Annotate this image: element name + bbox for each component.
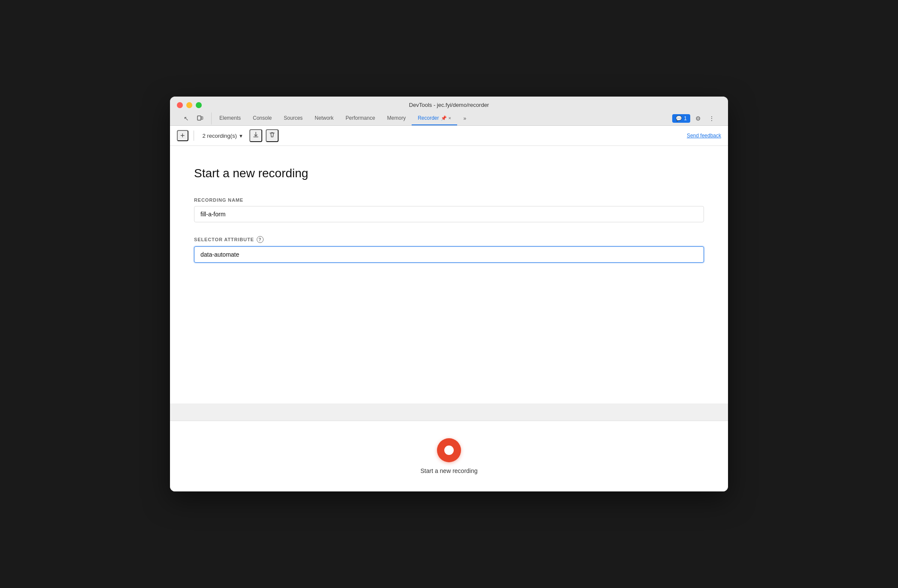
devtools-tool-icons: ↖ bbox=[180, 112, 212, 124]
tab-performance[interactable]: Performance bbox=[340, 112, 381, 125]
chevron-down-icon: ▾ bbox=[240, 133, 243, 139]
recording-count: 2 recording(s) bbox=[203, 133, 237, 139]
more-options-button[interactable]: ⋮ bbox=[706, 112, 718, 124]
cursor-icon: ↖ bbox=[184, 115, 189, 122]
settings-button[interactable]: ⚙ bbox=[692, 112, 704, 124]
selector-attribute-input[interactable] bbox=[194, 246, 704, 263]
selector-attribute-field-group: SELECTOR ATTRIBUTE ? bbox=[194, 236, 704, 263]
trash-icon bbox=[268, 131, 276, 140]
main-content: Start a new recording RECORDING NAME SEL… bbox=[170, 146, 728, 403]
page-heading: Start a new recording bbox=[194, 167, 704, 180]
device-icon-button[interactable] bbox=[194, 112, 206, 124]
tab-recorder[interactable]: Recorder 📌 × bbox=[412, 112, 457, 125]
close-button[interactable] bbox=[177, 102, 183, 108]
tab-bar: ↖ Elements Console Sources bbox=[177, 112, 721, 125]
add-recording-button[interactable]: + bbox=[177, 130, 188, 141]
recording-name-input[interactable] bbox=[194, 206, 704, 222]
download-icon bbox=[252, 131, 260, 140]
window-controls bbox=[177, 102, 202, 108]
tab-elements[interactable]: Elements bbox=[213, 112, 247, 125]
recording-name-label: RECORDING NAME bbox=[194, 197, 704, 203]
download-button[interactable] bbox=[249, 129, 262, 142]
tab-network[interactable]: Network bbox=[309, 112, 340, 125]
feedback-badge[interactable]: 💬 1 bbox=[672, 114, 690, 123]
tab-bar-right: 💬 1 ⚙ ⋮ bbox=[672, 112, 718, 124]
pin-icon: 📌 bbox=[441, 115, 447, 121]
svg-rect-1 bbox=[201, 117, 203, 119]
chevron-right-icon: » bbox=[464, 115, 467, 121]
devtools-window: DevTools - jec.fyi/demo/recorder ↖ bbox=[170, 97, 728, 491]
minimize-button[interactable] bbox=[186, 102, 192, 108]
window-title: DevTools - jec.fyi/demo/recorder bbox=[409, 102, 489, 108]
record-button-inner-dot bbox=[444, 446, 454, 455]
title-bar: DevTools - jec.fyi/demo/recorder ↖ bbox=[170, 97, 728, 126]
recorder-label: Recorder bbox=[418, 115, 439, 121]
start-recording-button[interactable] bbox=[437, 438, 461, 462]
tab-memory[interactable]: Memory bbox=[381, 112, 412, 125]
delete-button[interactable] bbox=[266, 129, 279, 142]
start-recording-label: Start a new recording bbox=[420, 467, 477, 474]
recorder-close-icon[interactable]: × bbox=[449, 115, 451, 121]
record-area: Start a new recording bbox=[170, 421, 728, 491]
recording-name-field-group: RECORDING NAME bbox=[194, 197, 704, 222]
tab-console[interactable]: Console bbox=[247, 112, 278, 125]
more-tabs-button[interactable]: » bbox=[459, 112, 471, 124]
recorder-toolbar: + 2 recording(s) ▾ Send feedback bbox=[170, 126, 728, 146]
device-icon bbox=[197, 115, 203, 123]
send-feedback-link[interactable]: Send feedback bbox=[687, 133, 721, 139]
tab-sources[interactable]: Sources bbox=[278, 112, 309, 125]
plus-icon: + bbox=[180, 131, 185, 140]
chat-icon: 💬 bbox=[676, 115, 682, 121]
maximize-button[interactable] bbox=[196, 102, 202, 108]
gear-icon: ⚙ bbox=[695, 115, 701, 122]
recording-selector[interactable]: 2 recording(s) ▾ bbox=[199, 131, 246, 141]
badge-count: 1 bbox=[684, 115, 687, 121]
toolbar-divider bbox=[194, 130, 194, 141]
selector-attribute-label: SELECTOR ATTRIBUTE ? bbox=[194, 236, 704, 243]
ellipsis-icon: ⋮ bbox=[709, 115, 715, 122]
svg-rect-0 bbox=[197, 116, 201, 120]
cursor-icon-button[interactable]: ↖ bbox=[180, 112, 192, 124]
help-icon[interactable]: ? bbox=[257, 236, 264, 243]
